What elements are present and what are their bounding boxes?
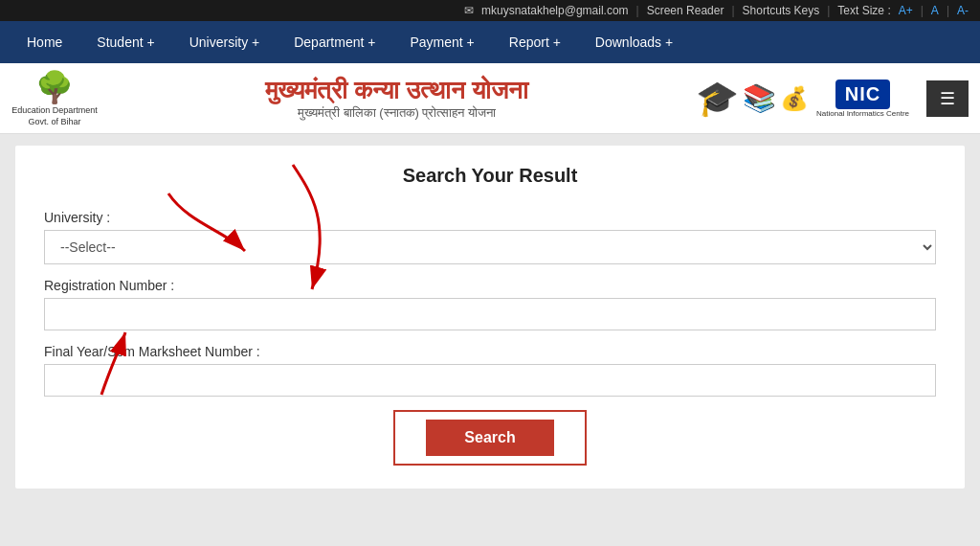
nav-downloads[interactable]: Downloads + — [578, 21, 690, 63]
registration-label: Registration Number : — [44, 278, 936, 293]
screen-reader-link[interactable]: Screen Reader — [647, 4, 724, 17]
logo-area: 🌳 Education Department Govt. of Bihar — [11, 69, 98, 127]
logo-text: Education Department Govt. of Bihar — [11, 105, 98, 127]
nav-university[interactable]: University + — [172, 21, 278, 63]
money-icon: 💰 — [780, 85, 809, 112]
nav-home[interactable]: Home — [10, 21, 79, 63]
nav-student[interactable]: Student + — [79, 21, 171, 63]
header-subtitle-hindi: मुख्यमंत्री बालिका (स्नातक) प्रोत्साहन य… — [98, 105, 696, 121]
nic-logo: NIC — [835, 80, 890, 109]
registration-group: Registration Number : — [44, 278, 936, 330]
tree-icon: 🌳 — [35, 69, 74, 105]
text-size-a-minus[interactable]: A- — [957, 4, 969, 17]
text-size-label: Text Size : — [837, 4, 890, 17]
main-content: Search Your Result University : --Select… — [15, 146, 965, 489]
graduation-icon: 🎓 — [696, 79, 739, 119]
nav-department[interactable]: Department + — [277, 21, 392, 63]
header-right: 🎓 📚 💰 NIC National Informatics Centre ☰ — [696, 79, 969, 119]
nav-payment[interactable]: Payment + — [392, 21, 491, 63]
header-center: मुख्यमंत्री कन्या उत्थान योजना मुख्यमंत्… — [98, 76, 696, 121]
text-size-a-plus[interactable]: A+ — [899, 4, 913, 17]
site-header: 🌳 Education Department Govt. of Bihar मु… — [0, 63, 980, 134]
university-select[interactable]: --Select-- — [44, 230, 936, 264]
shortcuts-link[interactable]: Shortcuts Keys — [743, 4, 820, 17]
email-icon: ✉ — [464, 4, 474, 17]
page-title: Search Your Result — [44, 165, 936, 187]
books-icon: 📚 — [743, 82, 776, 114]
text-size-a[interactable]: A — [931, 4, 939, 17]
marksheet-label: Final Year/Sem Marksheet Number : — [44, 344, 936, 359]
search-button-wrapper: Search — [393, 410, 586, 466]
nic-full-name: National Informatics Centre — [816, 109, 909, 118]
university-group: University : --Select-- — [44, 210, 936, 264]
button-container: Search — [44, 410, 936, 466]
top-bar: ✉ mkuysnatakhelp@gmail.com | Screen Read… — [0, 0, 980, 21]
marksheet-input[interactable] — [44, 364, 936, 397]
navbar: Home Student + University + Department +… — [0, 21, 980, 63]
marksheet-group: Final Year/Sem Marksheet Number : — [44, 344, 936, 397]
search-button[interactable]: Search — [426, 420, 553, 456]
university-label: University : — [44, 210, 936, 225]
nav-report[interactable]: Report + — [492, 21, 578, 63]
hamburger-button[interactable]: ☰ — [926, 80, 969, 117]
header-title-hindi: मुख्यमंत्री कन्या उत्थान योजना — [98, 76, 696, 105]
registration-input[interactable] — [44, 298, 936, 330]
email-address: mkuysnatakhelp@gmail.com — [481, 4, 629, 17]
